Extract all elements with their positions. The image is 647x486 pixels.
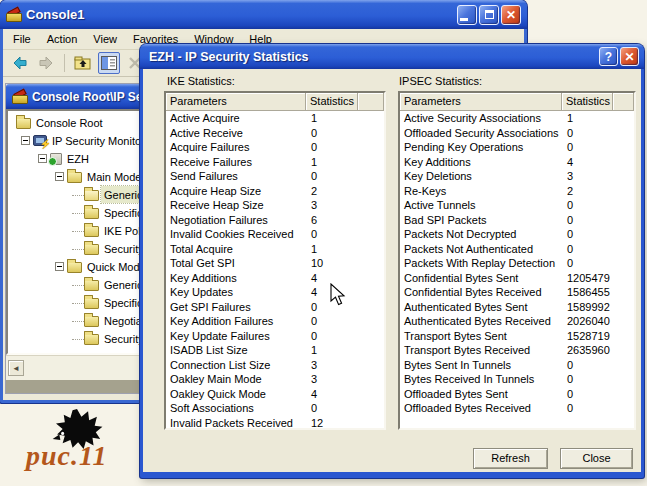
table-row[interactable]: Key Update Failures0: [166, 329, 384, 344]
table-row[interactable]: Active Acquire1: [166, 111, 384, 126]
table-row[interactable]: Key Additions4: [166, 271, 384, 286]
parameter-cell: Offloaded Bytes Sent: [400, 387, 562, 402]
toolbar-separator: [64, 54, 65, 72]
parameter-cell: Receive Heap Size: [166, 198, 306, 213]
table-row[interactable]: Packets Not Decrypted0: [400, 227, 634, 242]
statistic-cell: 0: [306, 126, 358, 141]
up-folder-icon: [74, 55, 92, 71]
statistic-cell: 0: [562, 372, 613, 387]
statistic-cell: 0: [562, 256, 613, 271]
table-row[interactable]: Offloaded Security Associations0: [400, 126, 634, 141]
table-row[interactable]: Key Additions4: [400, 155, 634, 170]
expand-collapse-icon[interactable]: [55, 262, 64, 271]
table-row[interactable]: Transport Bytes Sent1528719: [400, 329, 634, 344]
table-row[interactable]: Offloaded Bytes Sent0: [400, 387, 634, 402]
menu-item-view[interactable]: View: [85, 29, 125, 49]
table-row[interactable]: Get SPI Failures0: [166, 300, 384, 315]
tree-item-label: Console Root: [33, 114, 106, 131]
table-row[interactable]: Authenticated Bytes Received2026040: [400, 314, 634, 329]
ike-table-body: Active Acquire1Active Receive0Acquire Fa…: [166, 111, 384, 430]
statistic-cell: 0: [562, 401, 613, 416]
minimize-icon: [460, 18, 468, 21]
statistic-cell: 1: [306, 242, 358, 257]
table-row[interactable]: Active Tunnels0: [400, 198, 634, 213]
ipsec-column-header-statistics[interactable]: Statistics: [562, 93, 613, 111]
table-row[interactable]: Soft Associations0: [166, 401, 384, 416]
console-titlebar[interactable]: Console1 ✕: [0, 0, 527, 29]
table-row[interactable]: Authenticated Bytes Sent1589992: [400, 300, 634, 315]
table-row[interactable]: ISADB List Size1: [166, 343, 384, 358]
statistic-cell: 0: [562, 213, 613, 228]
scroll-left-arrow-icon[interactable]: ◄: [8, 360, 24, 376]
statistic-cell: 6: [306, 213, 358, 228]
table-row[interactable]: Active Receive0: [166, 126, 384, 141]
table-row[interactable]: Acquire Failures0: [166, 140, 384, 155]
statistic-cell: 0: [306, 329, 358, 344]
expand-collapse-icon[interactable]: [38, 154, 47, 163]
table-row[interactable]: Total Get SPI10: [166, 256, 384, 271]
close-dialog-button[interactable]: Close: [560, 448, 633, 469]
table-row[interactable]: Acquire Heap Size2: [166, 184, 384, 199]
ike-column-header-statistics[interactable]: Statistics: [306, 93, 358, 111]
table-row[interactable]: Oakley Main Mode3: [166, 372, 384, 387]
maximize-button[interactable]: [479, 5, 499, 25]
table-row[interactable]: Packets With Replay Detection0: [400, 256, 634, 271]
table-row[interactable]: Confidential Bytes Sent1205479: [400, 271, 634, 286]
statistic-cell: 0: [306, 227, 358, 242]
ike-column-header-parameters[interactable]: Parameters: [166, 93, 306, 111]
statistic-cell: 0: [306, 140, 358, 155]
table-row[interactable]: Negotiation Failures6: [166, 213, 384, 228]
table-row[interactable]: Key Addition Failures0: [166, 314, 384, 329]
parameter-cell: Send Failures: [166, 169, 306, 184]
back-button[interactable]: [9, 52, 31, 74]
ike-statistics-table: Parameters Statistics Active Acquire1Act…: [164, 91, 386, 430]
table-row[interactable]: Receive Heap Size3: [166, 198, 384, 213]
forward-arrow-icon: [38, 55, 54, 71]
dialog-titlebar[interactable]: EZH - IP Security Statistics ? ✕: [140, 44, 644, 69]
table-row[interactable]: Connection List Size3: [166, 358, 384, 373]
table-row[interactable]: Oakley Quick Mode4: [166, 387, 384, 402]
table-row[interactable]: Confidential Bytes Received1586455: [400, 285, 634, 300]
table-row[interactable]: Invalid Packets Received12: [166, 416, 384, 431]
parameter-cell: Key Additions: [400, 155, 562, 170]
parameter-cell: Transport Bytes Received: [400, 343, 562, 358]
table-row[interactable]: Total Acquire1: [166, 242, 384, 257]
ipsec-statistics-table: Parameters Statistics Active Security As…: [398, 91, 636, 430]
table-row[interactable]: Pending Key Operations0: [400, 140, 634, 155]
table-row[interactable]: Send Failures0: [166, 169, 384, 184]
ip-security-statistics-dialog: EZH - IP Security Statistics ? ✕ IKE Sta…: [140, 44, 644, 478]
table-row[interactable]: Bytes Received In Tunnels0: [400, 372, 634, 387]
logo-text: puc.11: [26, 440, 107, 472]
up-one-level-button[interactable]: [72, 52, 94, 74]
table-row[interactable]: Bad SPI Packets0: [400, 213, 634, 228]
parameter-cell: Confidential Bytes Received: [400, 285, 562, 300]
expand-collapse-icon[interactable]: [55, 172, 64, 181]
table-row[interactable]: Key Updates4: [166, 285, 384, 300]
show-hide-console-tree-button[interactable]: [98, 52, 120, 74]
dialog-close-button[interactable]: ✕: [620, 47, 639, 66]
statistic-cell: 1: [306, 155, 358, 170]
table-row[interactable]: Invalid Cookies Received0: [166, 227, 384, 242]
statistic-cell: 1586455: [562, 285, 613, 300]
console-tree-icon: [101, 56, 117, 70]
minimize-button[interactable]: [457, 5, 477, 25]
tree-item-label: EZH: [64, 150, 92, 167]
tree-guide-line: [72, 213, 84, 214]
table-row[interactable]: Key Deletions3: [400, 169, 634, 184]
menu-item-action[interactable]: Action: [39, 29, 86, 49]
table-row[interactable]: Offloaded Bytes Received0: [400, 401, 634, 416]
folder-icon: [84, 244, 99, 255]
table-row[interactable]: Bytes Sent In Tunnels0: [400, 358, 634, 373]
forward-button[interactable]: [35, 52, 57, 74]
table-row[interactable]: Packets Not Authenticated0: [400, 242, 634, 257]
table-row[interactable]: Receive Failures1: [166, 155, 384, 170]
ipsec-column-header-parameters[interactable]: Parameters: [400, 93, 562, 111]
menu-item-file[interactable]: File: [5, 29, 39, 49]
table-row[interactable]: Active Security Associations1: [400, 111, 634, 126]
table-row[interactable]: Re-Keys2: [400, 184, 634, 199]
table-row[interactable]: Transport Bytes Received2635960: [400, 343, 634, 358]
close-button[interactable]: ✕: [501, 5, 521, 25]
help-button[interactable]: ?: [599, 47, 618, 66]
expand-collapse-icon[interactable]: [21, 136, 30, 145]
refresh-button[interactable]: Refresh: [473, 448, 548, 469]
